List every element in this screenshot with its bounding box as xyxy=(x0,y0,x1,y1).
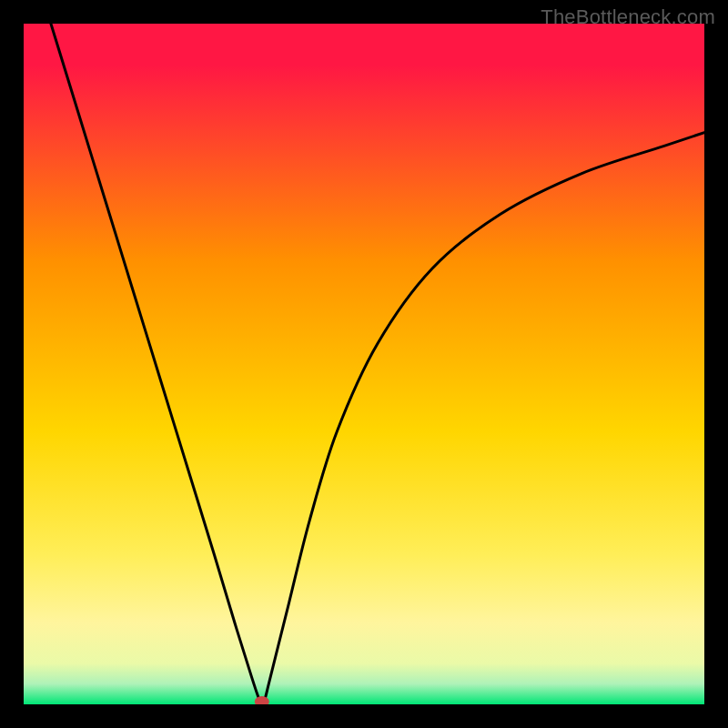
watermark-text: TheBottleneck.com xyxy=(541,5,715,29)
plot-area xyxy=(24,24,704,704)
chart-container: TheBottleneck.com xyxy=(0,0,728,728)
gradient-background xyxy=(24,24,704,704)
chart-svg xyxy=(24,24,704,704)
